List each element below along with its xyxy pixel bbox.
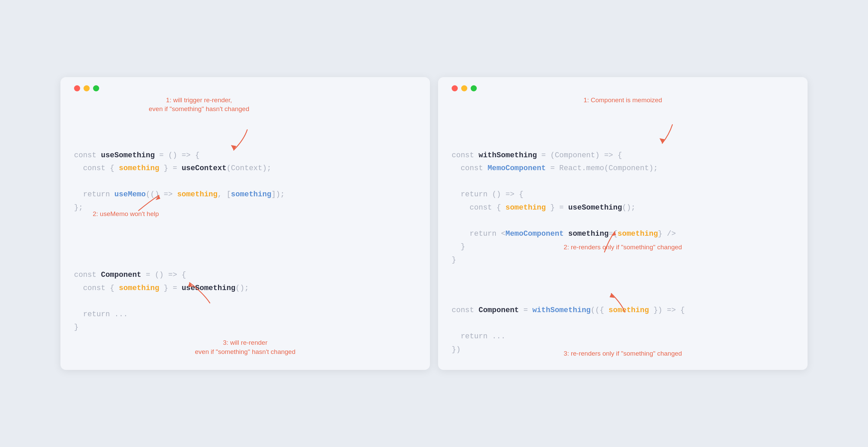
maximize-button-1[interactable] — [93, 85, 99, 91]
annotation-1-3: 3: will re-rendereven if "something" has… — [60, 338, 430, 356]
annotation-2-3: 3: re-renders only if "something" change… — [438, 349, 808, 358]
traffic-lights-2 — [452, 85, 794, 91]
maximize-button-2[interactable] — [471, 85, 477, 91]
window-1: 1: will trigger re-render,even if "somet… — [60, 77, 430, 370]
main-container: 1: will trigger re-render,even if "somet… — [60, 77, 808, 370]
arrow-2-1 — [655, 121, 683, 145]
svg-marker-3 — [659, 138, 665, 143]
minimize-button-2[interactable] — [461, 85, 467, 91]
annotation-1-1: 1: will trigger re-render,even if "somet… — [149, 96, 249, 114]
traffic-lights-1 — [74, 85, 416, 91]
code-block-4: const Component = withSomething(({ somet… — [452, 304, 794, 356]
svg-marker-5 — [610, 293, 615, 298]
window-2: 1: Component is memoized const withSomet… — [438, 77, 808, 370]
code-block-1: const useSomething = () => { const { som… — [74, 149, 416, 215]
code-block-2: const Component = () => { const { someth… — [74, 269, 416, 334]
minimize-button-1[interactable] — [84, 85, 90, 91]
annotation-2-1: 1: Component is memoized — [438, 96, 808, 105]
annotation-2-2: 2: re-renders only if "something" change… — [438, 243, 808, 252]
annotation-1-2: 2: useMemo won't help — [93, 210, 159, 219]
close-button-2[interactable] — [452, 85, 458, 91]
close-button-1[interactable] — [74, 85, 80, 91]
